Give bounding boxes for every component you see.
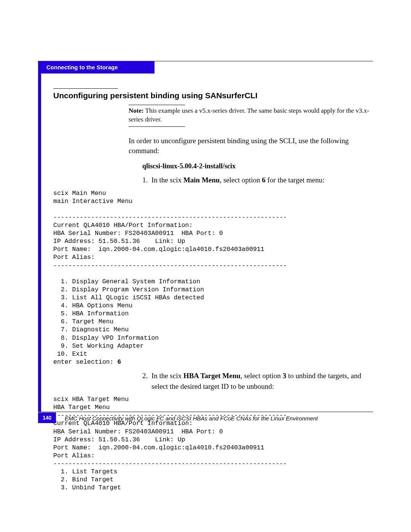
note-rule-bottom <box>129 126 185 127</box>
footer-text: EMC Host Connectivity with QLogic FC and… <box>65 415 373 422</box>
section-tab: Connecting to the Storage <box>41 61 155 73</box>
step-1-text: In the scix Main Menu, select option 6 f… <box>151 175 373 185</box>
terminal-output-1: scix Main Menu main Interactive Menu ---… <box>53 189 373 366</box>
step2-mid: , select option <box>241 372 283 380</box>
step1-post: for the target menu: <box>266 176 325 184</box>
note-text: This example uses a v5.x-series driver. … <box>129 107 369 123</box>
step2-pre: In the scix <box>151 372 183 380</box>
content-area: Unconfiguring persistent binding using S… <box>53 80 373 492</box>
step2-bold2: 3 <box>283 372 287 380</box>
step-1: 1. In the scix Main Menu, select option … <box>142 175 373 185</box>
footer-rule <box>41 412 373 412</box>
terminal-output-2: scix HBA Target Menu HBA Target Menu ---… <box>53 395 373 492</box>
step-number-2: 2. <box>142 371 151 391</box>
intro-paragraph: In order to unconfigure persistent bindi… <box>129 136 373 156</box>
terminal1-selection: 6 <box>117 358 121 366</box>
step2-bold1: HBA Target Menu <box>183 372 241 380</box>
step1-mid: , select option <box>220 176 262 184</box>
step1-bold1: Main Menu <box>183 176 220 184</box>
rule-above-title <box>53 88 118 89</box>
note-label: Note: <box>129 107 144 114</box>
step1-bold2: 6 <box>262 176 266 184</box>
terminal1-body: scix Main Menu main Interactive Menu ---… <box>53 190 287 366</box>
command-line: qliscsi-linux-5.00.4-2-install/scix <box>142 162 373 170</box>
step-2: 2. In the scix HBA Target Menu, select o… <box>142 371 373 391</box>
step-number: 1. <box>142 175 151 185</box>
step1-pre: In the scix <box>151 176 183 184</box>
step-2-text: In the scix HBA Target Menu, select opti… <box>151 371 373 391</box>
note-rule-top <box>129 105 185 105</box>
section-title: Unconfiguring persistent binding using S… <box>53 91 373 100</box>
page-number: 140 <box>38 412 56 423</box>
steps-list-2: 2. In the scix HBA Target Menu, select o… <box>142 371 373 391</box>
note-block: Note: This example uses a v5.x-series dr… <box>129 105 373 127</box>
steps-list: 1. In the scix Main Menu, select option … <box>142 175 373 185</box>
